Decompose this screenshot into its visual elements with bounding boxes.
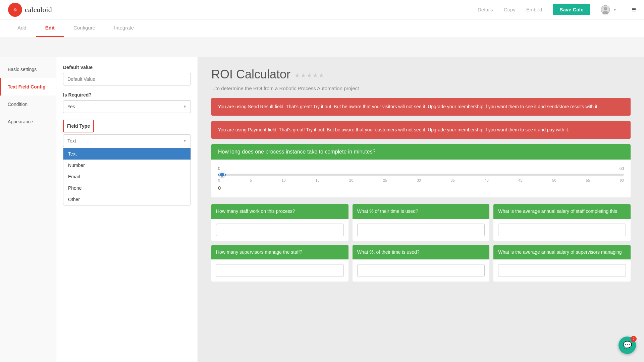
is-required-label: Is Required? [63,92,191,98]
left-panel: Basic settings Text Field Config Conditi… [0,57,198,362]
card-supervisor-time: What %. of their time is used? [353,245,490,282]
sidebar-item-basic-settings[interactable]: Basic settings [0,61,56,78]
option-number[interactable]: Number [63,160,191,171]
star-rating: ★ ★ ★ ★ ★ [294,72,324,79]
card-supervisor-time-input[interactable] [357,264,485,277]
default-value-group: Default Value [63,65,191,85]
star-4: ★ [313,72,318,79]
slider-track [218,174,624,176]
card-time-percent-input[interactable] [357,224,485,236]
logo-text: calculoid [25,5,52,14]
main-layout: Basic settings Text Field Config Conditi… [0,57,644,362]
logo-area: © calculoid [8,3,52,17]
slider-value: 0 [218,185,624,191]
user-dropdown-arrow: ▼ [613,7,617,12]
slider-block: 0 60 0 5 10 15 20 25 30 35 40 45 [211,160,631,197]
chat-bubble[interactable]: 💬 2 [619,337,636,354]
card-supervisor-salary-input[interactable] [498,264,626,277]
card-supervisor-time-body [353,259,490,282]
is-required-select-wrapper: Yes No ▼ [63,100,191,113]
star-5: ★ [319,72,324,79]
star-2: ★ [301,72,306,79]
right-panel: ROI Calculator ★ ★ ★ ★ ★ ...to determine… [198,57,644,362]
slider-section: How long does one process instance take … [211,144,631,197]
field-type-group: Field Type Text Number Email Phone Other… [63,120,191,205]
left-split: Basic settings Text Field Config Conditi… [0,57,198,362]
field-type-select[interactable]: Text Number Email Phone Other [63,134,191,147]
config-area: Default Value Is Required? Yes No ▼ [56,57,198,362]
default-value-input[interactable] [63,73,191,85]
user-menu[interactable]: ▼ [601,5,617,14]
option-phone[interactable]: Phone [63,182,191,194]
tab-configure[interactable]: Configure [64,19,105,37]
slider-thumb[interactable] [219,172,225,177]
tab-add[interactable]: Add [8,19,36,37]
svg-point-3 [604,7,607,10]
card-time-percent-header: What % of their time is used? [353,204,490,219]
star-3: ★ [307,72,312,79]
svg-text:©: © [13,7,17,12]
alert-send-result-text: You are using Send Result field. That's … [218,104,599,109]
default-value-label: Default Value [63,65,191,70]
card-supervisor-salary-body [493,259,631,282]
card-avg-salary-input[interactable] [498,224,626,236]
cards-row-2: How many supervisors manage the staff? W… [211,245,631,282]
card-supervisors-input[interactable] [216,264,344,277]
hamburger-menu[interactable]: ≡ [632,5,636,14]
is-required-select[interactable]: Yes No [63,100,191,113]
card-supervisors: How many supervisors manage the staff? [211,245,348,282]
sidebar-item-condition[interactable]: Condition [0,96,56,113]
option-text[interactable]: Text [63,148,191,160]
details-link[interactable]: Details [478,7,493,12]
is-required-group: Is Required? Yes No ▼ [63,92,191,113]
card-staff-count-header: How many staff work on this process? [211,204,348,219]
preview-subtitle: ...to determine the ROI from a Robotic P… [211,85,631,91]
tab-edit[interactable]: Edit [36,19,64,37]
field-type-label: Field Type [67,123,90,129]
cards-row-1: How many staff work on this process? Wha… [211,204,631,241]
field-type-select-wrapper: Text Number Email Phone Other ▼ [63,134,191,147]
star-1: ★ [294,72,300,79]
slider-minmax-labels: 0 60 [218,166,624,171]
logo-icon: © [8,3,22,17]
copy-link[interactable]: Copy [504,7,516,12]
slider-question: How long does one process instance take … [211,144,631,160]
card-supervisors-header: How many supervisors manage the staff? [211,245,348,260]
embed-link[interactable]: Embed [526,7,542,12]
card-avg-salary-header: What is the average annual salary of sta… [493,204,631,219]
alert-send-result: You are using Send Result field. That's … [211,98,631,116]
card-supervisor-salary-header: What is the average annual salary of sup… [493,245,631,260]
sidebar-item-text-field-config[interactable]: Text Field Config [0,78,56,96]
card-staff-count-input[interactable] [216,224,344,236]
card-avg-salary-body [493,219,631,241]
alert-payment-text: You are using Payment field. That's grea… [218,127,569,132]
card-time-percent: What % of their time is used? [353,204,490,241]
slider-max-label: 60 [620,166,624,171]
option-email[interactable]: Email [63,171,191,182]
card-avg-salary: What is the average annual salary of sta… [493,204,631,241]
card-time-percent-body [353,219,490,241]
sidebar-nav: Basic settings Text Field Config Conditi… [0,57,56,362]
slider-tick-labels: 0 5 10 15 20 25 30 35 40 45 50 55 60 [218,178,624,182]
save-calc-button[interactable]: Save Calc [553,4,590,15]
user-icon [601,5,610,14]
card-staff-count: How many staff work on this process? [211,204,348,241]
field-type-dropdown: Text Number Email Phone Other [63,148,191,205]
tab-integrate[interactable]: Integrate [105,19,143,37]
preview-title: ROI Calculator [211,67,290,81]
card-supervisors-body [211,259,348,282]
field-type-box: Field Type [63,120,94,132]
card-supervisor-time-header: What %. of their time is used? [353,245,490,260]
chat-badge: 2 [631,336,637,342]
option-other[interactable]: Other [63,194,191,205]
nav-links: Details Copy Embed Save Calc ▼ ≡ [478,4,636,15]
sidebar-item-appearance[interactable]: Appearance [0,113,56,130]
card-supervisor-salary: What is the average annual salary of sup… [493,245,631,282]
card-staff-count-body [211,219,348,241]
chat-icon: 💬 [623,341,632,350]
alert-payment: You are using Payment field. That's grea… [211,121,631,139]
sub-nav: Add Edit Configure Integrate [0,19,644,37]
top-nav: © calculoid Details Copy Embed Save Calc… [0,0,644,19]
slider-min-label: 0 [218,166,220,171]
